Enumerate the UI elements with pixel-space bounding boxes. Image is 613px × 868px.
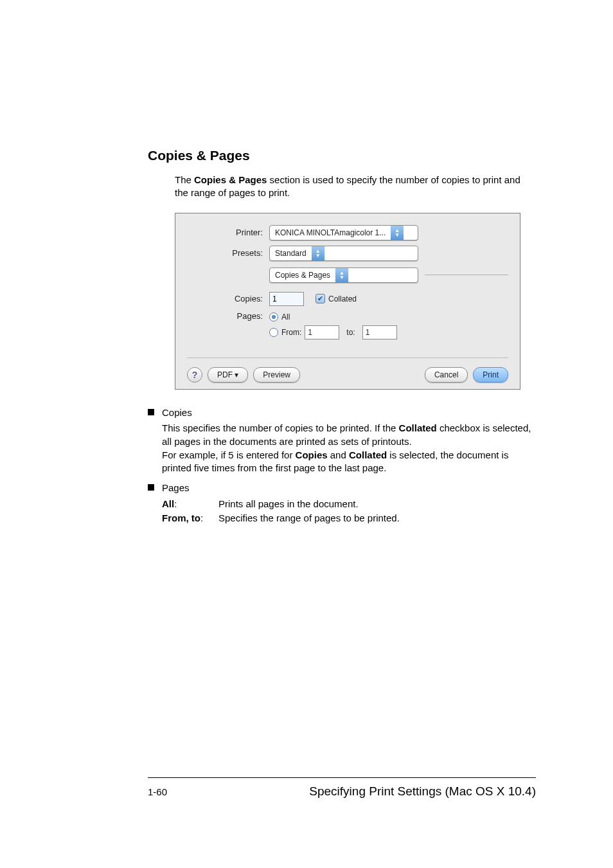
checkmark-icon: ✔ <box>315 294 325 303</box>
copies-bold: Collated <box>349 449 387 460</box>
pdf-button[interactable]: PDF ▾ <box>208 367 248 383</box>
presets-row: Presets: Standard ▲▼ <box>187 246 508 261</box>
intro-paragraph: The Copies & Pages section is used to sp… <box>175 174 536 200</box>
copies-bold: Collated <box>399 422 437 433</box>
presets-label: Presets: <box>187 248 269 258</box>
pages-from-label: From: <box>281 328 301 337</box>
def-fromto-key: From, to <box>162 512 200 523</box>
updown-icon: ▲▼ <box>312 246 324 260</box>
copies-bold: Copies <box>296 449 328 460</box>
updown-icon: ▲▼ <box>391 226 404 240</box>
copies-row: Copies: ✔ Collated <box>187 292 508 306</box>
copies-desc-2: For example, if 5 is entered for Copies … <box>162 449 536 475</box>
print-button[interactable]: Print <box>473 367 508 383</box>
section-select[interactable]: Copies & Pages ▲▼ <box>269 267 418 283</box>
radio-dot-icon <box>269 312 278 321</box>
footer-rule <box>148 777 536 778</box>
section-divider: Copies & Pages ▲▼ <box>187 267 508 283</box>
pages-row: Pages: All From: to: <box>187 311 508 339</box>
def-fromto-value: Specifies the range of pages to be print… <box>218 512 400 525</box>
page-number: 1-60 <box>148 786 167 797</box>
pages-from-input[interactable] <box>305 325 339 339</box>
page-footer: 1-60 Specifying Print Settings (Mac OS X… <box>148 784 536 799</box>
pages-all-radio[interactable]: All <box>269 312 290 321</box>
square-bullet-icon <box>148 484 154 491</box>
section-heading: Copies & Pages <box>148 148 536 163</box>
footer-title: Specifying Print Settings (Mac OS X 10.4… <box>309 784 536 799</box>
copies-text: and <box>328 449 349 460</box>
printer-select[interactable]: KONICA MINOLTAmagicolor 1... ▲▼ <box>269 225 418 240</box>
copies-title: Copies <box>162 406 536 420</box>
copies-desc-1: This specifies the number of copies to b… <box>162 422 536 448</box>
printer-value: KONICA MINOLTAmagicolor 1... <box>270 228 391 237</box>
copies-label: Copies: <box>187 294 269 303</box>
pages-to-label: to: <box>346 328 355 337</box>
intro-prefix: The <box>175 174 194 185</box>
presets-select[interactable]: Standard ▲▼ <box>269 246 418 261</box>
printer-row: Printer: KONICA MINOLTAmagicolor 1... ▲▼ <box>187 225 508 240</box>
bullet-pages: Pages All: Prints all pages in the docum… <box>148 482 536 527</box>
presets-value: Standard <box>270 249 312 258</box>
radio-dot-icon <box>269 328 278 337</box>
print-dialog: Printer: KONICA MINOLTAmagicolor 1... ▲▼… <box>175 213 520 390</box>
help-button[interactable]: ? <box>187 367 202 383</box>
copies-text: For example, if 5 is entered for <box>162 449 296 460</box>
pages-from-radio[interactable]: From: to: <box>269 325 397 339</box>
pages-to-input[interactable] <box>362 325 397 339</box>
cancel-button[interactable]: Cancel <box>425 367 468 383</box>
pages-all-label: All <box>281 312 290 321</box>
square-bullet-icon <box>148 409 154 415</box>
def-fromto: From, to: Specifies the range of pages t… <box>162 512 400 525</box>
pages-title: Pages <box>162 482 400 495</box>
collated-label: Collated <box>328 294 357 303</box>
bullet-copies: Copies This specifies the number of copi… <box>148 406 536 475</box>
def-all-value: Prints all pages in the document. <box>218 498 359 511</box>
def-all-key: All <box>162 498 174 509</box>
section-value: Copies & Pages <box>270 271 335 280</box>
copies-input[interactable] <box>269 292 304 306</box>
intro-bold: Copies & Pages <box>194 174 267 185</box>
updown-icon: ▲▼ <box>335 268 348 282</box>
collated-checkbox[interactable]: ✔ Collated <box>315 294 357 303</box>
copies-pages-group: Copies: ✔ Collated Pages: All <box>187 287 508 358</box>
printer-label: Printer: <box>187 228 269 237</box>
copies-text: This specifies the number of copies to b… <box>162 422 399 433</box>
pages-label: Pages: <box>187 311 269 321</box>
dialog-footer: ? PDF ▾ Preview Cancel Print <box>187 367 508 383</box>
def-all: All: Prints all pages in the document. <box>162 498 400 511</box>
preview-button[interactable]: Preview <box>253 367 300 383</box>
